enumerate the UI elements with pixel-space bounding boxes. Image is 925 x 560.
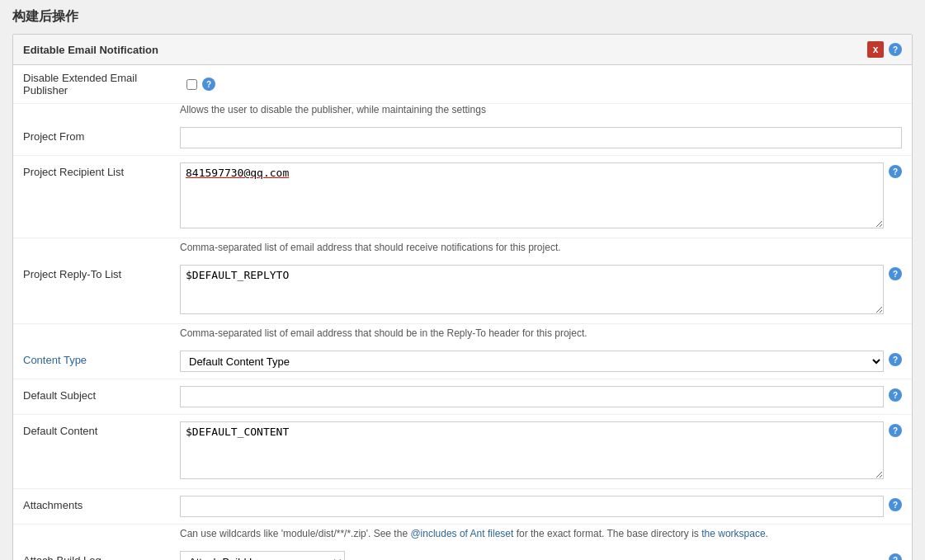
attach-build-log-help-icon[interactable]: ?: [889, 553, 902, 560]
default-content-label: Default Content: [23, 421, 180, 437]
reply-to-help-icon[interactable]: ?: [889, 267, 902, 280]
default-subject-row: Default Subject $DEFAULT_SUBJECT ?: [13, 379, 912, 415]
disable-checkbox-wrap: ?: [186, 78, 902, 91]
page-title: 构建后操作: [12, 8, 913, 26]
project-reply-to-label: Project Reply-To List: [23, 265, 180, 280]
project-recipient-textarea[interactable]: [180, 162, 884, 228]
project-recipient-row: Project Recipient List ?: [13, 156, 912, 238]
project-from-control: [180, 127, 902, 148]
content-type-select[interactable]: Default Content Type HTML Plain Text Bot…: [180, 351, 884, 372]
default-content-help-icon[interactable]: ?: [889, 424, 902, 437]
content-type-control: Default Content Type HTML Plain Text Bot…: [180, 351, 902, 372]
header-help-icon[interactable]: ?: [889, 43, 902, 56]
panel-body: Disable Extended Email Publisher ? Allow…: [13, 65, 912, 560]
default-subject-control: $DEFAULT_SUBJECT ?: [180, 386, 902, 407]
disable-label: Disable Extended Email Publisher: [23, 72, 180, 96]
project-from-row: Project From: [13, 120, 912, 156]
content-type-label: Content Type: [23, 351, 180, 366]
attachments-row: Attachments ?: [13, 489, 912, 525]
default-content-textarea[interactable]: [180, 421, 884, 479]
attach-build-log-select[interactable]: Attach Build Log No Compress Log: [180, 551, 345, 560]
default-subject-input[interactable]: $DEFAULT_SUBJECT: [180, 386, 884, 407]
project-from-label: Project From: [23, 127, 180, 143]
project-recipient-label: Project Recipient List: [23, 162, 180, 178]
attach-build-log-row: Attach Build Log Attach Build Log No Com…: [13, 544, 912, 560]
panel-header: Editable Email Notification x ?: [13, 35, 912, 65]
attachments-hint-link2[interactable]: the workspace: [701, 528, 765, 539]
disable-checkbox[interactable]: [186, 79, 197, 90]
attachments-hint-link1[interactable]: @includes of Ant fileset: [410, 528, 513, 539]
project-reply-to-textarea[interactable]: [180, 265, 884, 314]
attach-build-log-control: Attach Build Log No Compress Log ?: [180, 551, 902, 560]
attachments-input[interactable]: [180, 496, 884, 517]
project-reply-to-row: Project Reply-To List ?: [13, 258, 912, 324]
close-button[interactable]: x: [867, 41, 884, 58]
default-subject-help-icon[interactable]: ?: [889, 388, 902, 402]
panel-header-controls: x ?: [867, 41, 902, 58]
reply-to-hint: Comma-separated list of email address th…: [13, 324, 912, 344]
attachments-help-icon[interactable]: ?: [889, 498, 902, 511]
default-subject-label: Default Subject: [23, 386, 180, 402]
project-reply-to-control: ?: [180, 265, 902, 317]
editable-email-panel: Editable Email Notification x ? Disable …: [12, 34, 913, 560]
disable-help-icon[interactable]: ?: [202, 78, 215, 91]
attachments-hint-suffix: .: [766, 528, 768, 539]
recipient-hint: Comma-separated list of email address th…: [13, 238, 912, 258]
project-from-input[interactable]: [180, 127, 902, 148]
disable-hint: Allows the user to disable the publisher…: [13, 104, 912, 120]
panel-header-title: Editable Email Notification: [23, 44, 158, 56]
default-content-control: ?: [180, 421, 902, 482]
default-content-row: Default Content ?: [13, 415, 912, 489]
attachments-label: Attachments: [23, 496, 180, 511]
content-type-help-icon[interactable]: ?: [889, 353, 902, 366]
project-recipient-control: ?: [180, 162, 902, 231]
attach-build-log-label: Attach Build Log: [23, 551, 180, 560]
attachments-hint-prefix: Can use wildcards like 'module/dist/**/*…: [180, 528, 410, 539]
attachments-hint-middle: for the exact format. The base directory…: [513, 528, 701, 539]
recipient-help-icon[interactable]: ?: [889, 165, 902, 178]
disable-row: Disable Extended Email Publisher ?: [13, 65, 912, 104]
attachments-hint: Can use wildcards like 'module/dist/**/*…: [13, 525, 912, 544]
content-type-row: Content Type Default Content Type HTML P…: [13, 344, 912, 379]
attachments-control: ?: [180, 496, 902, 517]
